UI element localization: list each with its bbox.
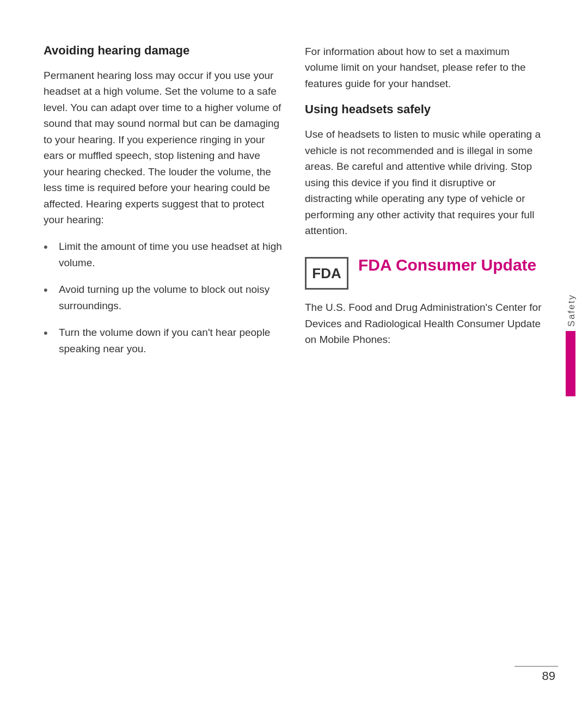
right-column: For information about how to set a maxim… [305,44,544,672]
list-item: Avoid turning up the volume to block out… [44,281,283,314]
fda-logo-text: FDA [312,265,341,282]
max-volume-text: For information about how to set a maxim… [305,44,544,91]
page-divider [514,666,558,667]
page-content: Avoiding hearing damage Permanent hearin… [0,0,588,705]
headset-body: Use of headsets to listen to music while… [305,126,544,238]
bullet-list: Limit the amount of time you use headset… [44,238,283,357]
avoiding-heading: Avoiding hearing damage [44,44,283,58]
fda-body: The U.S. Food and Drug Administration's … [305,299,544,347]
page-number: 89 [542,669,555,683]
safety-sidebar: Safety [564,294,577,396]
list-item: Turn the volume down if you can't hear p… [44,324,283,357]
safety-label: Safety [564,294,577,327]
safety-bar [566,331,575,396]
headsets-safely-heading: Using headsets safely [305,102,544,117]
fda-box: FDA FDA Consumer Update [305,255,544,290]
list-item: Limit the amount of time you use headset… [44,238,283,271]
fda-logo: FDA [305,257,348,290]
fda-title: FDA Consumer Update [358,255,536,275]
avoiding-body: Permanent hearing loss may occur if you … [44,68,283,228]
left-column: Avoiding hearing damage Permanent hearin… [44,44,283,672]
